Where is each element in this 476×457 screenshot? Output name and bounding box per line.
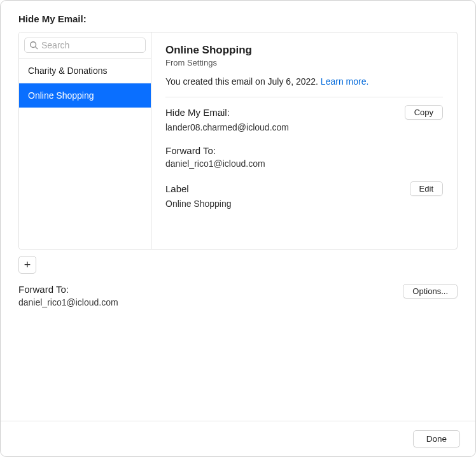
svg-point-0 bbox=[31, 42, 36, 48]
forward-to-value: daniel_rico1@icloud.com bbox=[165, 158, 443, 169]
sidebar-item-label: Charity & Donations bbox=[28, 66, 108, 76]
search-input[interactable] bbox=[41, 40, 141, 50]
below-panel: + Forward To: daniel_rico1@icloud.com Op… bbox=[18, 256, 458, 307]
global-forward-value: daniel_rico1@icloud.com bbox=[18, 297, 118, 307]
footer: Done bbox=[1, 421, 475, 456]
hide-my-email-value: lander08.charmed@icloud.com bbox=[165, 122, 443, 132]
window-title: Hide My Email: bbox=[1, 1, 475, 32]
sidebar: Charity & Donations Online Shopping bbox=[19, 32, 151, 249]
global-forward-block: Forward To: daniel_rico1@icloud.com bbox=[18, 284, 118, 307]
sidebar-item-label: Online Shopping bbox=[28, 90, 94, 101]
detail-created-line: You created this email on July 6, 2022. … bbox=[165, 76, 443, 87]
options-button[interactable]: Options... bbox=[403, 284, 458, 299]
edit-button[interactable]: Edit bbox=[410, 181, 443, 196]
svg-line-1 bbox=[36, 47, 38, 50]
main-panel: Charity & Donations Online Shopping Onli… bbox=[18, 32, 458, 250]
sidebar-item-charity-donations[interactable]: Charity & Donations bbox=[19, 59, 151, 83]
detail-subtitle: From Settings bbox=[165, 58, 443, 67]
search-icon bbox=[29, 41, 38, 50]
divider bbox=[165, 97, 443, 97]
plus-icon: + bbox=[24, 259, 31, 271]
search-wrapper bbox=[19, 32, 151, 59]
sidebar-item-online-shopping[interactable]: Online Shopping bbox=[19, 83, 151, 108]
forward-to-label: Forward To: bbox=[165, 145, 443, 156]
global-forward-label: Forward To: bbox=[18, 284, 118, 295]
label-row: Label Edit bbox=[165, 181, 443, 196]
label-label: Label bbox=[165, 183, 189, 194]
global-forward-row: Forward To: daniel_rico1@icloud.com Opti… bbox=[18, 284, 458, 307]
copy-button[interactable]: Copy bbox=[405, 105, 443, 120]
label-value: Online Shopping bbox=[165, 199, 443, 209]
learn-more-link[interactable]: Learn more. bbox=[321, 76, 368, 87]
hide-my-email-window: Hide My Email: Charity & Donations Onlin… bbox=[0, 0, 476, 457]
search-box[interactable] bbox=[24, 38, 146, 53]
created-text: You created this email on July 6, 2022. bbox=[165, 76, 321, 87]
hide-my-email-section: Hide My Email: Copy lander08.charmed@icl… bbox=[165, 105, 443, 132]
label-section: Label Edit Online Shopping bbox=[165, 181, 443, 209]
hide-my-email-label: Hide My Email: bbox=[165, 107, 230, 118]
done-button[interactable]: Done bbox=[413, 430, 460, 447]
detail-title: Online Shopping bbox=[165, 44, 443, 57]
hide-my-email-row: Hide My Email: Copy bbox=[165, 105, 443, 120]
detail-pane: Online Shopping From Settings You create… bbox=[151, 32, 457, 249]
forward-to-section: Forward To: daniel_rico1@icloud.com bbox=[165, 145, 443, 169]
add-button[interactable]: + bbox=[18, 256, 36, 274]
